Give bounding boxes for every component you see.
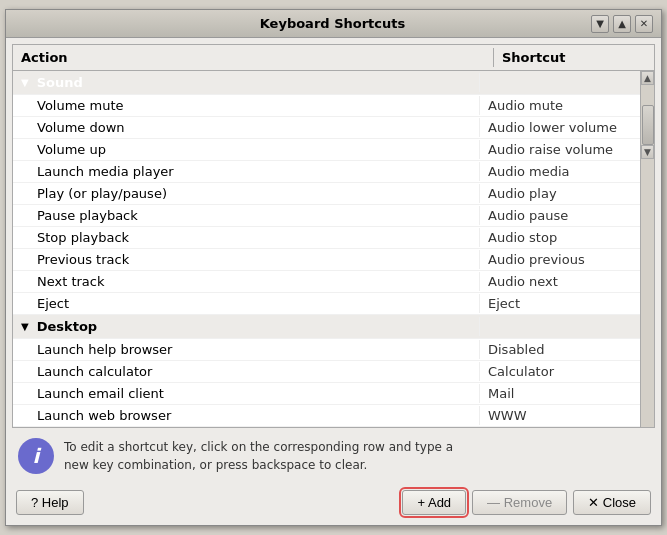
column-action: Action [13, 48, 494, 67]
table-row[interactable]: EjectEject [13, 293, 640, 315]
info-area: i To edit a shortcut key, click on the c… [6, 428, 661, 484]
scroll-up-arrow[interactable]: ▲ [641, 71, 654, 85]
minimize-button[interactable]: ▼ [591, 15, 609, 33]
cell-action: Launch email client [13, 384, 480, 403]
keyboard-shortcuts-window: Keyboard Shortcuts ▼ ▲ ✕ Action Shortcut… [5, 9, 662, 526]
cell-action: Play (or play/pause) [13, 184, 480, 203]
info-text: To edit a shortcut key, click on the cor… [64, 438, 453, 474]
table-row[interactable]: Next trackAudio next [13, 271, 640, 293]
cell-action: Volume up [13, 140, 480, 159]
table-row[interactable]: ▼Desktop [13, 315, 640, 339]
window-title: Keyboard Shortcuts [74, 16, 591, 31]
cell-action: Launch calculator [13, 362, 480, 381]
table-wrapper: ▼SoundVolume muteAudio muteVolume downAu… [13, 71, 654, 427]
scroll-down-arrow[interactable]: ▼ [641, 145, 654, 159]
maximize-button[interactable]: ▲ [613, 15, 631, 33]
table-row[interactable]: Previous trackAudio previous [13, 249, 640, 271]
table-row[interactable]: Volume upAudio raise volume [13, 139, 640, 161]
right-buttons: + Add — Remove ✕ Close [402, 490, 651, 515]
remove-button[interactable]: — Remove [472, 490, 567, 515]
cell-shortcut: Audio play [480, 184, 640, 203]
table-row[interactable]: Stop playbackAudio stop [13, 227, 640, 249]
table-row[interactable]: Volume muteAudio mute [13, 95, 640, 117]
cell-shortcut: Audio mute [480, 96, 640, 115]
cell-action: ▼Sound [13, 73, 480, 92]
cell-shortcut: Eject [480, 294, 640, 313]
cell-shortcut: Audio next [480, 272, 640, 291]
cell-shortcut [480, 81, 640, 85]
cell-shortcut: Audio lower volume [480, 118, 640, 137]
table-row[interactable]: Launch web browserWWW [13, 405, 640, 427]
category-arrow: ▼ [21, 77, 29, 88]
table-row[interactable]: ▼Sound [13, 71, 640, 95]
table-row[interactable]: Launch help browserDisabled [13, 339, 640, 361]
table-row[interactable]: Launch email clientMail [13, 383, 640, 405]
cell-shortcut: Audio media [480, 162, 640, 181]
cell-action: Previous track [13, 250, 480, 269]
cell-action: ▼Desktop [13, 317, 480, 336]
info-icon: i [18, 438, 54, 474]
cell-action: Volume mute [13, 96, 480, 115]
cell-shortcut: Audio raise volume [480, 140, 640, 159]
cell-action: Launch help browser [13, 340, 480, 359]
table-row[interactable]: Volume downAudio lower volume [13, 117, 640, 139]
cell-action: Launch media player [13, 162, 480, 181]
cell-shortcut: Mail [480, 384, 640, 403]
close-window-button[interactable]: ✕ [635, 15, 653, 33]
button-bar: ? Help + Add — Remove ✕ Close [6, 484, 661, 525]
table-row[interactable]: Launch calculatorCalculator [13, 361, 640, 383]
table-row[interactable]: Play (or play/pause)Audio play [13, 183, 640, 205]
cell-shortcut: Calculator [480, 362, 640, 381]
close-button[interactable]: ✕ Close [573, 490, 651, 515]
help-button[interactable]: ? Help [16, 490, 84, 515]
table-header: Action Shortcut [13, 45, 654, 71]
titlebar: Keyboard Shortcuts ▼ ▲ ✕ [6, 10, 661, 38]
add-button[interactable]: + Add [402, 490, 466, 515]
cell-shortcut: WWW [480, 406, 640, 425]
cell-action: Stop playback [13, 228, 480, 247]
cell-shortcut [480, 325, 640, 329]
cell-action: Launch web browser [13, 406, 480, 425]
cell-action: Eject [13, 294, 480, 313]
scrollbar-track[interactable]: ▲ ▼ [640, 71, 654, 427]
category-arrow: ▼ [21, 321, 29, 332]
scrollbar-thumb[interactable] [642, 105, 654, 145]
cell-shortcut: Disabled [480, 340, 640, 359]
cell-shortcut: Audio stop [480, 228, 640, 247]
table-body[interactable]: ▼SoundVolume muteAudio muteVolume downAu… [13, 71, 640, 427]
cell-shortcut: Audio previous [480, 250, 640, 269]
table-row[interactable]: Pause playbackAudio pause [13, 205, 640, 227]
table-row[interactable]: Launch media playerAudio media [13, 161, 640, 183]
shortcuts-table: Action Shortcut ▼SoundVolume muteAudio m… [12, 44, 655, 428]
content-area: Action Shortcut ▼SoundVolume muteAudio m… [6, 38, 661, 525]
cell-action: Pause playback [13, 206, 480, 225]
cell-shortcut: Audio pause [480, 206, 640, 225]
column-shortcut: Shortcut [494, 48, 654, 67]
cell-action: Next track [13, 272, 480, 291]
cell-action: Volume down [13, 118, 480, 137]
titlebar-buttons: ▼ ▲ ✕ [591, 15, 653, 33]
